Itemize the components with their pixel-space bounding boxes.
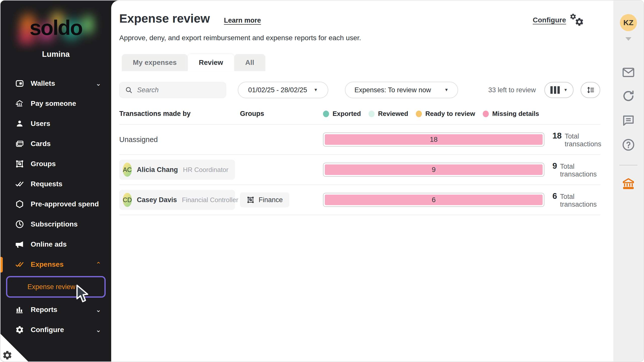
table-row[interactable]: Unassigned 18 18Total transactions xyxy=(119,125,600,155)
avatar: CD xyxy=(123,193,132,207)
group-chip[interactable]: Finance xyxy=(240,192,289,207)
gear-icon[interactable] xyxy=(2,350,13,360)
double-check-icon xyxy=(15,179,25,189)
caret-down-icon: ▼ xyxy=(314,87,318,93)
legend-missing: Missing details xyxy=(483,110,539,118)
sidebar-item-cards[interactable]: Cards xyxy=(1,134,111,154)
sidebar-item-users[interactable]: Users xyxy=(1,114,111,134)
refresh-icon[interactable] xyxy=(621,89,635,103)
chevron-down-icon: ⌄ xyxy=(96,326,101,334)
missing-details-bar: 9 xyxy=(325,164,543,175)
status-bar[interactable]: 18 xyxy=(323,132,544,147)
reviewed-dot xyxy=(369,111,375,117)
avatar-caret-icon[interactable] xyxy=(625,37,631,41)
sidebar: soldo Lumina Wallets ⌄ Pay someone xyxy=(1,1,111,361)
status-filter-dropdown[interactable]: Expenses: To review now ▼ xyxy=(345,82,458,98)
configure-link[interactable]: Configure xyxy=(533,13,583,27)
main-wrap: Expense review Learn more Configure Appr… xyxy=(111,1,613,361)
main-content: Expense review Learn more Configure Appr… xyxy=(111,1,613,361)
megaphone-icon xyxy=(15,239,25,249)
missing-details-bar: 18 xyxy=(325,134,543,145)
chevron-up-icon: ⌃ xyxy=(96,261,101,268)
total-transactions: 6Total transactions xyxy=(547,191,600,208)
sort-icon xyxy=(586,86,595,94)
sort-button[interactable] xyxy=(581,82,600,98)
columns-icon xyxy=(550,86,560,94)
org-name: Lumina xyxy=(1,50,111,59)
sidebar-item-groups[interactable]: Groups xyxy=(1,154,111,174)
groups-icon xyxy=(15,159,25,169)
user-chip[interactable]: CD Casey Davis Financial Controller xyxy=(119,190,235,210)
chevron-down-icon: ⌄ xyxy=(96,80,101,87)
legend-reviewed: Reviewed xyxy=(369,110,408,118)
sidebar-item-configure[interactable]: Configure ⌄ xyxy=(1,320,111,340)
legend-ready: Ready to review xyxy=(416,110,475,118)
bar-chart-icon xyxy=(15,305,25,315)
table-row[interactable]: AC Alicia Chang HR Coordinator 9 9Total … xyxy=(119,155,600,185)
sidebar-item-requests[interactable]: Requests xyxy=(1,174,111,194)
app-window: soldo Lumina Wallets ⌄ Pay someone xyxy=(0,0,644,362)
sidebar-item-wallets[interactable]: Wallets ⌄ xyxy=(1,73,111,94)
rail-divider xyxy=(619,165,637,165)
sidebar-item-online-ads[interactable]: Online ads xyxy=(1,234,111,254)
tab-all[interactable]: All xyxy=(234,54,265,71)
gear-icon xyxy=(15,325,25,335)
right-rail: KZ xyxy=(613,1,643,361)
missing-dot xyxy=(483,111,489,117)
status-bar[interactable]: 6 xyxy=(323,193,544,207)
sidebar-item-pre-approved-spend[interactable]: Pre-approved spend xyxy=(1,194,111,214)
total-transactions: 18Total transactions xyxy=(547,131,601,148)
user-chip[interactable]: AC Alicia Chang HR Coordinator xyxy=(119,160,235,180)
mail-icon[interactable] xyxy=(621,65,635,79)
logo-text: soldo xyxy=(30,16,82,40)
search-box[interactable] xyxy=(119,82,226,98)
caret-down-icon: ▼ xyxy=(564,88,568,92)
tab-bar: My expenses Review All xyxy=(122,54,600,71)
user-avatar[interactable]: KZ xyxy=(620,14,637,31)
sidebar-item-reports[interactable]: Reports ⌄ xyxy=(1,300,111,320)
table-row[interactable]: CD Casey Davis Financial Controller Fina… xyxy=(119,185,600,215)
hexagon-icon xyxy=(15,199,25,209)
sidebar-item-expense-review[interactable]: Expense review xyxy=(6,276,106,298)
table-body: Unassigned 18 18Total transactions AC Al… xyxy=(119,124,600,215)
status-bar[interactable]: 9 xyxy=(323,163,544,177)
legend-exported: Exported xyxy=(323,110,361,118)
status-legend: Exported Reviewed Ready to review Missin… xyxy=(323,110,600,118)
groups-icon xyxy=(247,196,255,204)
double-gear-icon xyxy=(569,13,583,27)
wallet-icon xyxy=(15,78,25,88)
help-icon[interactable] xyxy=(621,138,635,152)
columns-button[interactable]: ▼ xyxy=(544,82,574,98)
row-name: Unassigned xyxy=(119,135,240,144)
filter-bar: 01/02/25 - 28/02/25 ▼ Expenses: To revie… xyxy=(119,82,600,98)
missing-details-bar: 6 xyxy=(325,195,543,205)
active-indicator xyxy=(1,257,3,273)
search-icon xyxy=(125,86,133,94)
page-subtitle: Approve, deny, and export reimbursement … xyxy=(119,34,600,42)
sidebar-item-expenses[interactable]: Expenses ⌃ xyxy=(1,254,111,275)
bank-transfer-icon xyxy=(15,99,25,109)
cards-icon xyxy=(15,139,25,149)
total-transactions: 9Total transactions xyxy=(547,161,600,178)
learn-more-link[interactable]: Learn more xyxy=(224,17,261,24)
soldo-logo: soldo xyxy=(16,8,96,48)
tab-my-expenses[interactable]: My expenses xyxy=(122,54,188,71)
chat-icon[interactable] xyxy=(621,113,635,127)
double-check-icon xyxy=(15,259,25,269)
sidebar-item-subscriptions[interactable]: Subscriptions xyxy=(1,214,111,234)
sidebar-menu: Wallets ⌄ Pay someone Users Cards xyxy=(1,73,111,340)
column-header-made-by: Transactions made by xyxy=(119,110,240,118)
ready-dot xyxy=(416,111,422,117)
exported-dot xyxy=(323,111,329,117)
bank-icon[interactable] xyxy=(621,176,635,191)
page-header: Expense review Learn more xyxy=(119,12,600,25)
clock-icon xyxy=(15,219,25,229)
avatar: AC xyxy=(123,163,132,177)
search-input[interactable] xyxy=(137,86,218,94)
sidebar-item-pay-someone[interactable]: Pay someone xyxy=(1,94,111,114)
left-to-review-count: 33 left to review xyxy=(488,86,536,94)
table-header-row: Transactions made by Groups Exported Rev… xyxy=(119,110,600,124)
date-range-dropdown[interactable]: 01/02/25 - 28/02/25 ▼ xyxy=(238,82,328,98)
chevron-down-icon: ⌄ xyxy=(96,306,101,314)
tab-review[interactable]: Review xyxy=(188,54,234,71)
